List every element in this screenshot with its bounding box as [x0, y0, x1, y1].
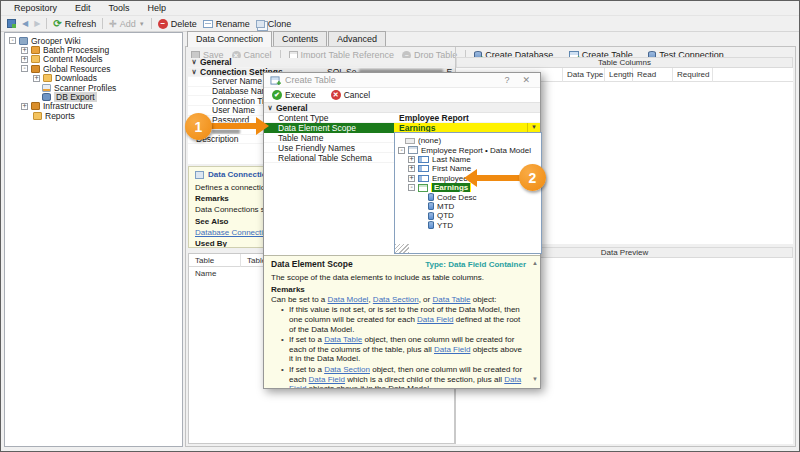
data-field-link[interactable]: Data Field — [417, 315, 453, 324]
node-tree-panel: -Grooper Wiki +Batch Processing +Content… — [4, 32, 183, 447]
menu-tools[interactable]: Tools — [100, 2, 139, 14]
add-icon: ✛ — [109, 19, 117, 29]
dialog-group-general[interactable]: ∨General — [264, 103, 540, 113]
scanner-icon — [42, 84, 51, 92]
step-1-arrow-shaft — [209, 123, 257, 129]
popup-item-label: YTD — [437, 221, 453, 230]
tree-item-content-models[interactable]: +Content Models — [5, 55, 182, 64]
scroll-up-icon[interactable]: ▲ — [532, 259, 538, 269]
data-element-scope-value[interactable]: Earnings▼ — [394, 123, 540, 133]
clone-button[interactable]: Clone — [253, 18, 295, 30]
collapse-icon[interactable]: - — [408, 184, 415, 191]
property-group-general[interactable]: ∨General — [188, 58, 455, 68]
tab-contents[interactable]: Contents — [273, 31, 327, 46]
expand-icon[interactable]: + — [21, 103, 28, 110]
scroll-down-icon[interactable]: ▼ — [532, 375, 538, 385]
resize-grip[interactable] — [395, 244, 409, 253]
add-button[interactable]: ✛Add▼ — [106, 18, 148, 30]
data-table-link[interactable]: Data Table — [324, 335, 362, 344]
help-remarks-heading: Remarks — [271, 285, 526, 295]
delete-button[interactable]: −Delete — [155, 18, 200, 30]
expand-icon[interactable]: + — [408, 156, 415, 163]
back-button[interactable]: ◀ — [19, 18, 31, 29]
menu-repository[interactable]: Repository — [5, 2, 66, 14]
tree-item-global-resources[interactable]: -Global Resources — [5, 64, 182, 73]
help-summary: The scope of the data elements to includ… — [271, 273, 526, 283]
property-label: Relational Table Schema — [264, 153, 394, 163]
tree-item-label: Reports — [45, 111, 75, 121]
execute-label: Execute — [285, 90, 316, 100]
tree-item-downloads[interactable]: +Downloads — [5, 74, 182, 83]
data-model-link[interactable]: Data Model — [327, 295, 368, 304]
tab-data-connection[interactable]: Data Connection — [187, 31, 272, 47]
column-header-data-type[interactable]: Data Type — [563, 68, 605, 82]
popup-item-none[interactable]: (none) — [395, 136, 541, 145]
collapse-icon[interactable]: - — [398, 147, 405, 154]
tree-item-db-export[interactable]: DB Export — [5, 92, 182, 101]
app-window: Repository Edit Tools Help ◀ ▶ ⟳Refresh … — [0, 0, 800, 452]
dialog-title-bar[interactable]: Create Table ? ✕ — [264, 73, 540, 88]
popup-item-ytd[interactable]: YTD — [395, 221, 541, 230]
expand-icon[interactable]: + — [21, 47, 28, 54]
menu-edit[interactable]: Edit — [66, 2, 100, 14]
expand-icon[interactable]: + — [33, 75, 40, 82]
popup-item-last-name[interactable]: +Last Name — [395, 155, 541, 164]
popup-item-data-model[interactable]: -Employee Report • Data Model — [395, 145, 541, 154]
popup-item-qtd[interactable]: QTD — [395, 211, 541, 220]
collapse-icon[interactable]: - — [21, 65, 28, 72]
toolbar-separator — [151, 18, 152, 29]
execute-button[interactable]: ✔Execute — [269, 89, 319, 101]
tree-item-reports[interactable]: Reports — [5, 111, 182, 120]
database-icon — [42, 93, 51, 101]
app-button[interactable] — [4, 18, 19, 29]
refresh-button[interactable]: ⟳Refresh — [50, 18, 99, 30]
data-section-link[interactable]: Data Section — [373, 295, 419, 304]
popup-item-mtd[interactable]: MTD — [395, 202, 541, 211]
column-header-table-name[interactable]: Table Name — [189, 254, 241, 267]
data-field-icon — [418, 175, 429, 182]
app-icon — [7, 19, 16, 28]
column-header-required[interactable]: Required — [673, 68, 713, 82]
dialog-row-content-type[interactable]: Content Type Employee Report — [264, 113, 540, 123]
data-field-link[interactable]: Data Field — [309, 375, 345, 384]
refresh-icon: ⟳ — [53, 19, 61, 28]
forward-button[interactable]: ▶ — [31, 18, 43, 29]
rename-button[interactable]: Rename — [200, 18, 253, 30]
help-type-label: Type: Data Field Container — [425, 260, 526, 270]
step-2-arrow-head — [464, 169, 477, 187]
property-label-selected: Data Element Scope — [264, 123, 394, 133]
dialog-help-panel: ▲ ▼ Data Element Scope Type: Data Field … — [264, 255, 540, 388]
text: object: — [471, 295, 497, 304]
tree-item-infrastructure[interactable]: +Infrastructure — [5, 102, 182, 111]
expand-icon[interactable]: + — [21, 56, 28, 63]
data-column-icon — [428, 202, 434, 210]
tree-item-grooper-wiki[interactable]: -Grooper Wiki — [5, 36, 182, 45]
expand-icon[interactable]: + — [408, 175, 415, 182]
step-2-badge: 2 — [519, 164, 546, 191]
tree-item-batch-processing[interactable]: +Batch Processing — [5, 45, 182, 54]
help-button[interactable]: ? — [500, 75, 513, 85]
batch-processing-icon — [31, 46, 40, 54]
data-field-link[interactable]: Data Field — [434, 345, 470, 354]
tab-advanced[interactable]: Advanced — [328, 31, 386, 46]
dropdown-button[interactable]: ▼ — [527, 123, 540, 133]
data-table-icon — [418, 184, 428, 192]
chevron-down-icon: ▼ — [139, 21, 145, 27]
column-header-read-only[interactable]: Read Only — [633, 68, 673, 82]
data-section-link[interactable]: Data Section — [324, 365, 370, 374]
scope-value-text: Earnings — [399, 123, 435, 133]
column-header-length[interactable]: Length — [605, 68, 633, 82]
cancel-icon: ✕ — [331, 90, 341, 100]
text: Can be set to a — [271, 295, 327, 304]
content-type-value: Employee Report — [394, 113, 540, 123]
collapse-icon[interactable]: - — [9, 37, 16, 44]
tree-item-scanner-profiles[interactable]: Scanner Profiles — [5, 83, 182, 92]
close-icon[interactable]: ✕ — [518, 75, 534, 85]
create-table-icon — [271, 76, 280, 84]
expand-icon[interactable]: + — [408, 165, 415, 172]
menu-help[interactable]: Help — [139, 2, 176, 14]
popup-item-code-desc[interactable]: Code Desc — [395, 192, 541, 201]
data-table-link[interactable]: Data Table — [432, 295, 470, 304]
dialog-cancel-button[interactable]: ✕Cancel — [328, 89, 373, 101]
step-2-arrow-shaft — [477, 175, 523, 181]
